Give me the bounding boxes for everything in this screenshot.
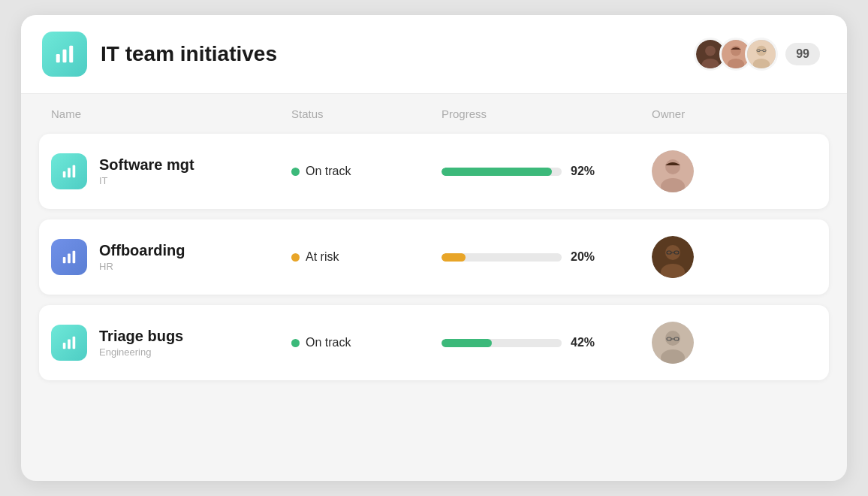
- progress-label: 42%: [571, 336, 601, 349]
- svg-rect-32: [73, 337, 76, 349]
- initiative-dept: IT: [99, 175, 194, 186]
- initiative-icon: [51, 239, 87, 275]
- status-label: On track: [306, 336, 351, 349]
- owner-avatar: [652, 322, 694, 364]
- svg-rect-16: [68, 168, 71, 177]
- status-dot: [291, 339, 300, 347]
- status-dot: [291, 168, 300, 176]
- status-cell: On track: [291, 165, 442, 178]
- svg-rect-23: [73, 251, 76, 264]
- owner-avatar: [652, 150, 694, 192]
- svg-rect-15: [63, 171, 66, 177]
- initiative-icon: [51, 153, 87, 189]
- progress-cell: 20%: [442, 250, 652, 264]
- avatar-count-badge: 99: [785, 43, 820, 65]
- initiative-name: Triage bugs: [99, 328, 183, 345]
- header-right: 99: [694, 38, 820, 71]
- progress-bar-bg: [442, 339, 562, 347]
- bar-chart-icon: [61, 163, 77, 180]
- initiative-info: Offboarding HR: [51, 239, 291, 275]
- col-progress: Progress: [442, 107, 652, 120]
- bar-chart-icon: [61, 249, 77, 265]
- progress-label: 20%: [571, 250, 601, 264]
- progress-cell: 92%: [442, 165, 652, 178]
- col-owner: Owner: [652, 107, 802, 120]
- progress-bar-bg: [442, 253, 562, 262]
- main-card: IT team initiatives: [21, 15, 847, 481]
- svg-rect-0: [56, 54, 60, 62]
- status-cell: At risk: [291, 250, 442, 264]
- svg-point-19: [665, 159, 680, 174]
- col-status: Status: [291, 107, 442, 120]
- bar-chart-icon: [61, 334, 77, 351]
- initiative-info: Triage bugs Engineering: [51, 325, 291, 361]
- initiative-name: Offboarding: [99, 242, 185, 259]
- svg-rect-2: [69, 46, 73, 63]
- initiative-list: Software mgt IT On track 92%: [21, 128, 847, 401]
- avatar-group: [694, 38, 778, 71]
- initiative-icon: [51, 325, 87, 361]
- svg-point-7: [731, 46, 741, 56]
- status-cell: On track: [291, 336, 442, 349]
- progress-bar-fill: [442, 168, 552, 176]
- table-row[interactable]: Triage bugs Engineering On track 42%: [39, 305, 829, 380]
- initiative-info: Software mgt IT: [51, 153, 291, 189]
- status-dot: [291, 253, 300, 262]
- initiative-text: Triage bugs Engineering: [99, 328, 183, 358]
- svg-rect-31: [68, 339, 71, 349]
- svg-rect-30: [63, 343, 66, 349]
- project-icon: [42, 32, 87, 77]
- bar-chart-icon: [53, 43, 76, 65]
- initiative-dept: HR: [99, 261, 185, 272]
- initiative-text: Software mgt IT: [99, 156, 194, 186]
- table-row[interactable]: Offboarding HR At risk 20%: [39, 219, 829, 295]
- svg-rect-21: [63, 257, 66, 263]
- svg-rect-1: [63, 50, 67, 63]
- header: IT team initiatives: [21, 15, 847, 94]
- avatar: [745, 38, 778, 71]
- column-headers: Name Status Progress Owner: [21, 94, 847, 128]
- table-row[interactable]: Software mgt IT On track 92%: [39, 134, 829, 209]
- owner-avatar: [652, 236, 694, 278]
- initiative-dept: Engineering: [99, 346, 183, 358]
- header-left: IT team initiatives: [42, 32, 277, 77]
- initiative-text: Offboarding HR: [99, 242, 185, 272]
- svg-point-4: [705, 46, 716, 56]
- progress-bar-fill: [442, 339, 492, 347]
- page-title: IT team initiatives: [101, 42, 277, 66]
- progress-cell: 42%: [442, 336, 652, 349]
- svg-rect-22: [68, 253, 71, 263]
- svg-rect-17: [73, 165, 76, 178]
- progress-bar-fill: [442, 253, 466, 262]
- status-label: At risk: [306, 250, 339, 264]
- col-name: Name: [51, 107, 291, 120]
- progress-bar-bg: [442, 168, 562, 176]
- initiative-name: Software mgt: [99, 156, 194, 174]
- svg-point-10: [756, 46, 767, 56]
- progress-label: 92%: [571, 165, 601, 178]
- status-label: On track: [306, 165, 351, 178]
